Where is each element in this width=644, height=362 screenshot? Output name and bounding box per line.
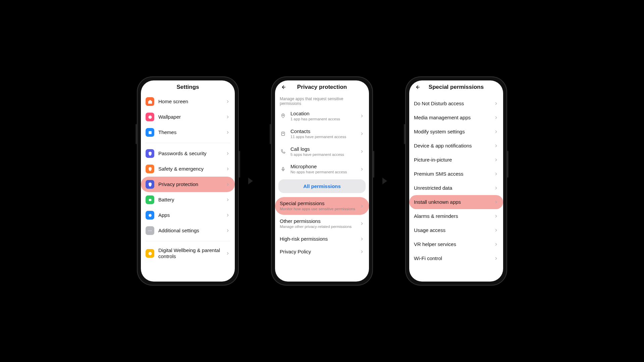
row-label: Picture-in-picture — [414, 157, 490, 163]
row-label: Contacts — [290, 128, 356, 134]
row-privacy-protection[interactable]: Privacy protection — [141, 177, 235, 192]
svg-rect-2 — [149, 199, 151, 201]
row-vr-helper-services[interactable]: VR helper services — [413, 237, 500, 251]
row-safety-emergency[interactable]: Safety & emergency — [144, 161, 231, 177]
chevron-right-icon — [360, 167, 364, 172]
row-label: VR helper services — [414, 241, 490, 247]
more-icon — [146, 226, 154, 235]
row-passwords-security[interactable]: Passwords & security — [144, 146, 231, 161]
row-subtitle: No apps have permanent access — [290, 170, 356, 175]
row-premium-sms[interactable]: Premium SMS access — [413, 167, 500, 181]
row-unrestricted-data[interactable]: Unrestricted data — [413, 181, 500, 195]
row-label: Location — [290, 111, 356, 117]
row-label: Digital Wellbeing & parental controls — [158, 247, 221, 259]
row-label: Wallpaper — [158, 114, 221, 120]
row-wifi-control[interactable]: Wi-Fi control — [413, 251, 500, 265]
row-other-permissions[interactable]: Other permissions Manage other privacy-r… — [278, 215, 366, 233]
chevron-right-icon — [360, 237, 364, 241]
svg-point-4 — [148, 230, 149, 231]
row-wallpaper[interactable]: Wallpaper — [144, 109, 231, 125]
svg-rect-12 — [282, 167, 284, 170]
chevron-right-icon — [225, 228, 230, 233]
row-privacy-policy[interactable]: Privacy Policy — [278, 245, 366, 258]
row-label: Other permissions — [280, 218, 356, 224]
screen-special-permissions: Special permissions Do Not Disturb acces… — [409, 80, 503, 282]
section-hint: Manage apps that request sensitive permi… — [278, 94, 366, 107]
chevron-right-icon — [494, 242, 498, 247]
chevron-right-icon — [360, 221, 364, 226]
row-label: Wi-Fi control — [414, 255, 490, 261]
row-label: Passwords & security — [158, 150, 221, 157]
header: Special permissions — [409, 80, 503, 94]
phone-icon — [280, 148, 286, 155]
row-apps[interactable]: Apps — [144, 207, 231, 223]
wallpaper-icon — [146, 113, 154, 121]
row-label: Microphone — [290, 164, 356, 170]
row-picture-in-picture[interactable]: Picture-in-picture — [413, 153, 500, 167]
row-call-logs[interactable]: Call logs 5 apps have permanent access — [278, 143, 366, 161]
chevron-right-icon — [225, 197, 230, 202]
row-label: Special permissions — [280, 200, 356, 206]
screen-privacy: Privacy protection Manage apps that requ… — [275, 80, 369, 282]
row-device-app-notifications[interactable]: Device & app notifications — [413, 139, 500, 153]
row-location[interactable]: Location 1 app has permanent access — [278, 107, 366, 125]
row-microphone[interactable]: Microphone No apps have permanent access — [278, 160, 366, 178]
svg-point-6 — [151, 230, 152, 231]
row-label: Battery — [158, 197, 221, 203]
battery-icon — [146, 195, 154, 204]
location-icon — [280, 113, 286, 119]
chevron-right-icon — [225, 182, 230, 187]
chevron-right-icon — [225, 167, 230, 171]
page-title: Special permissions — [429, 84, 484, 90]
row-additional-settings[interactable]: Additional settings — [144, 223, 231, 238]
row-label: Install unknown apps — [414, 199, 490, 205]
row-battery[interactable]: Battery — [144, 192, 231, 207]
row-label: Usage access — [414, 227, 490, 233]
row-install-unknown-apps[interactable]: Install unknown apps — [409, 195, 503, 209]
chevron-right-icon — [225, 115, 230, 119]
chevron-right-icon — [494, 214, 498, 219]
arrow-icon — [248, 176, 262, 186]
row-label: Do Not Disturb access — [414, 101, 490, 107]
chevron-right-icon — [494, 200, 498, 204]
row-contacts[interactable]: Contacts 11 apps have permanent access — [278, 125, 366, 143]
microphone-icon — [280, 166, 286, 173]
row-subtitle: 1 app has permanent access — [290, 117, 356, 122]
row-home-screen[interactable]: Home screen — [144, 94, 231, 109]
page-title: Settings — [176, 84, 199, 90]
row-subtitle: Manage other privacy-related permissions — [280, 225, 356, 229]
header: Privacy protection — [275, 80, 369, 94]
chevron-right-icon — [360, 131, 364, 136]
row-modify-system-settings[interactable]: Modify system settings — [413, 125, 500, 139]
themes-icon — [146, 128, 154, 137]
svg-point-11 — [283, 133, 284, 134]
contacts-icon — [280, 130, 286, 137]
row-themes[interactable]: Themes — [144, 125, 231, 140]
row-high-risk-permissions[interactable]: High-risk permissions — [278, 233, 366, 245]
page-title: Privacy protection — [297, 84, 347, 90]
row-media-management[interactable]: Media management apps — [413, 111, 500, 125]
row-label: Alarms & reminders — [414, 213, 490, 219]
row-alarms-reminders[interactable]: Alarms & reminders — [413, 209, 500, 223]
all-permissions-button[interactable]: All permissions — [278, 179, 366, 193]
back-button[interactable] — [414, 84, 421, 90]
screen-settings: Settings Home screen Wallpaper Themes — [141, 80, 235, 282]
row-dnd-access[interactable]: Do Not Disturb access — [413, 97, 500, 111]
row-label: Themes — [158, 129, 221, 135]
row-usage-access[interactable]: Usage access — [413, 223, 500, 237]
row-digital-wellbeing[interactable]: Digital Wellbeing & parental controls — [144, 244, 231, 263]
row-label: Unrestricted data — [414, 185, 490, 191]
chevron-right-icon — [360, 114, 364, 118]
row-label: Safety & emergency — [158, 166, 221, 172]
chevron-right-icon — [225, 251, 230, 256]
phone-settings: Settings Home screen Wallpaper Themes — [138, 77, 238, 285]
svg-point-9 — [282, 115, 283, 116]
row-label: Premium SMS access — [414, 171, 490, 177]
row-label: Additional settings — [158, 228, 221, 234]
row-label: Device & app notifications — [414, 143, 490, 149]
chevron-right-icon — [494, 186, 498, 190]
back-button[interactable] — [280, 84, 286, 90]
chevron-right-icon — [494, 101, 498, 106]
row-label: Modify system settings — [414, 129, 490, 135]
row-special-permissions[interactable]: Special permissions Monitor how apps use… — [275, 197, 369, 215]
